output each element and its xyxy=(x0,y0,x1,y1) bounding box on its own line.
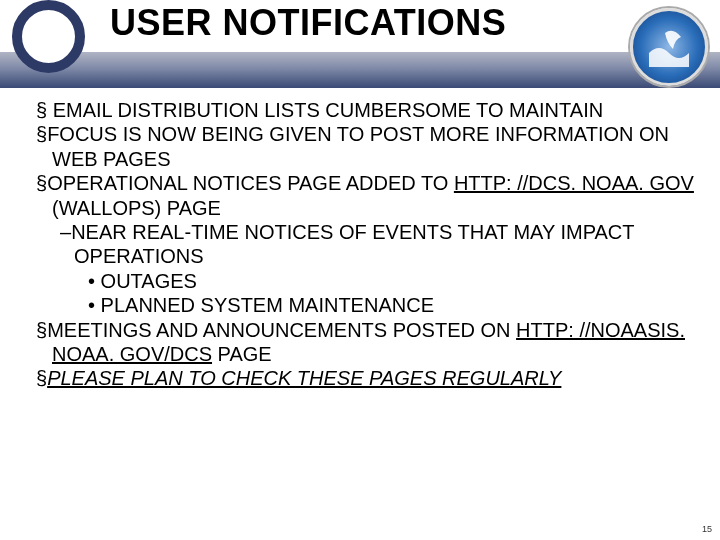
link-text: HTTP: //DCS. NOAA. GOV xyxy=(454,172,694,194)
bullet-text: PAGE xyxy=(212,343,272,365)
page-number: 15 xyxy=(702,524,712,534)
section-mark-icon: § xyxy=(36,367,47,389)
sub-sub-bullet-item: • PLANNED SYSTEM MAINTENANCE xyxy=(68,293,700,317)
bullet-text: NEAR REAL-TIME NOTICES OF EVENTS THAT MA… xyxy=(71,221,634,267)
bullet-item: §MEETINGS AND ANNOUNCEMENTS POSTED ON HT… xyxy=(20,318,700,367)
bullet-text-emphasis: PLEASE PLAN TO CHECK THESE PAGES REGULAR… xyxy=(47,367,561,389)
section-mark-icon: § xyxy=(36,99,47,121)
bullet-item: §FOCUS IS NOW BEING GIVEN TO POST MORE I… xyxy=(20,122,700,171)
dot-icon: • xyxy=(88,270,95,292)
dash-icon: – xyxy=(60,221,71,243)
section-mark-icon: § xyxy=(36,172,47,194)
sub-sub-bullet-item: • OUTAGES xyxy=(68,269,700,293)
bullet-item: §PLEASE PLAN TO CHECK THESE PAGES REGULA… xyxy=(20,366,700,390)
bullet-text: OUTAGES xyxy=(101,270,197,292)
bullet-item: §OPERATIONAL NOTICES PAGE ADDED TO HTTP:… xyxy=(20,171,700,220)
noaa-logo-icon xyxy=(630,8,708,86)
slide-title: USER NOTIFICATIONS xyxy=(110,2,506,44)
section-mark-icon: § xyxy=(36,123,47,145)
circle-decoration-icon xyxy=(12,0,85,73)
bullet-text: FOCUS IS NOW BEING GIVEN TO POST MORE IN… xyxy=(47,123,669,169)
slide-body: § EMAIL DISTRIBUTION LISTS CUMBERSOME TO… xyxy=(20,98,700,391)
bullet-text: MEETINGS AND ANNOUNCEMENTS POSTED ON xyxy=(47,319,516,341)
bullet-text: EMAIL DISTRIBUTION LISTS CUMBERSOME TO M… xyxy=(53,99,603,121)
bullet-text: PLANNED SYSTEM MAINTENANCE xyxy=(101,294,434,316)
slide-header: USER NOTIFICATIONS xyxy=(0,0,720,90)
bullet-text: OPERATIONAL NOTICES PAGE ADDED TO xyxy=(47,172,454,194)
sub-bullet-item: –NEAR REAL-TIME NOTICES OF EVENTS THAT M… xyxy=(40,220,700,269)
section-mark-icon: § xyxy=(36,319,47,341)
header-gradient-bar xyxy=(0,52,720,88)
dot-icon: • xyxy=(88,294,95,316)
bullet-text: (WALLOPS) PAGE xyxy=(52,197,221,219)
bullet-item: § EMAIL DISTRIBUTION LISTS CUMBERSOME TO… xyxy=(20,98,700,122)
